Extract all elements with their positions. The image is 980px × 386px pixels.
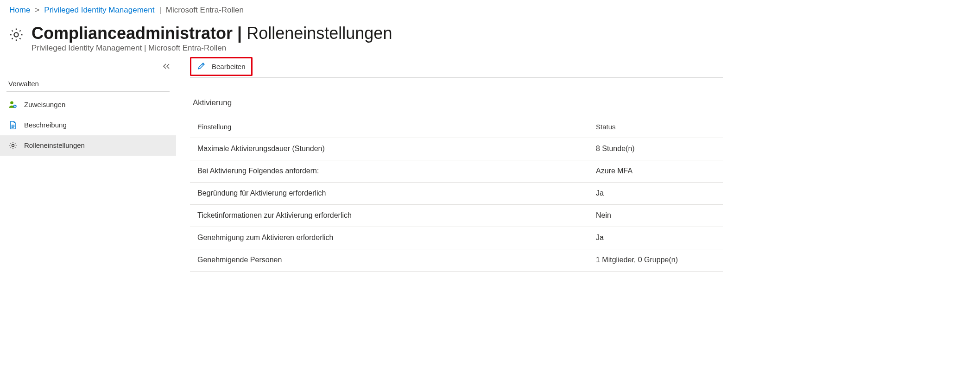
page-subtitle: Privileged Identity Management | Microso… — [32, 44, 392, 53]
sidebar-section-label: Verwalten — [0, 75, 176, 91]
svg-point-3 — [12, 144, 14, 146]
table-row: Bei Aktivierung Folgendes anfordern: Azu… — [190, 160, 723, 183]
sidebar-separator — [6, 91, 170, 92]
col-header-status: Status — [596, 123, 721, 131]
sidebar-item-assignments[interactable]: Zuweisungen — [0, 95, 176, 115]
setting-label: Genehmigende Personen — [192, 256, 596, 264]
gear-icon — [8, 141, 18, 150]
page-title: Complianceadministrator | Rolleneinstell… — [32, 24, 392, 43]
breadcrumb: Home > Privileged Identity Management | … — [0, 0, 980, 18]
breadcrumb-home[interactable]: Home — [9, 6, 30, 15]
setting-status: Nein — [596, 211, 721, 220]
sidebar-item-role-settings[interactable]: Rolleneinstellungen — [0, 135, 176, 156]
col-header-setting: Einstellung — [192, 123, 596, 131]
page-subtitle-left: Privileged Identity Management — [32, 44, 142, 52]
gear-icon — [8, 27, 24, 43]
sidebar-item-label: Zuweisungen — [24, 101, 65, 108]
table-row: Maximale Aktivierungsdauer (Stunden) 8 S… — [190, 138, 723, 160]
sidebar-item-label: Rolleneinstellungen — [24, 141, 85, 149]
table-row: Ticketinformationen zur Aktivierung erfo… — [190, 205, 723, 227]
breadcrumb-tail: Microsoft Entra-Rollen — [166, 6, 244, 15]
svg-point-1 — [10, 101, 13, 104]
pencil-icon — [197, 61, 206, 72]
page-title-pipe: | — [237, 24, 247, 43]
document-icon — [8, 120, 18, 130]
setting-status: Azure MFA — [596, 167, 721, 175]
setting-status: Ja — [596, 234, 721, 242]
edit-button[interactable]: Bearbeiten — [190, 57, 253, 76]
page-subtitle-pipe: | — [144, 44, 148, 52]
setting-status: Ja — [596, 189, 721, 197]
person-plus-icon — [8, 100, 18, 109]
setting-label: Genehmigung zum Aktivieren erforderlich — [192, 234, 596, 242]
table-row: Genehmigung zum Aktivieren erforderlich … — [190, 227, 723, 249]
page-subtitle-right: Microsoft Entra-Rollen — [148, 44, 226, 52]
breadcrumb-pipe: | — [159, 6, 161, 15]
setting-label: Maximale Aktivierungsdauer (Stunden) — [192, 145, 596, 153]
sidebar: Verwalten Zuweisungen Bes — [0, 56, 176, 272]
page-title-left: Complianceadministrator — [32, 24, 233, 43]
setting-status: 8 Stunde(n) — [596, 145, 721, 153]
toolbar: Bearbeiten — [190, 56, 723, 78]
svg-point-0 — [14, 32, 18, 37]
table-header: Einstellung Status — [190, 116, 723, 138]
activation-section-title: Aktivierung — [190, 78, 723, 116]
breadcrumb-pim[interactable]: Privileged Identity Management — [44, 6, 154, 15]
approvers-link[interactable]: 1 Mitglieder, 0 Gruppe(n) — [596, 256, 721, 264]
edit-button-label: Bearbeiten — [212, 63, 246, 70]
table-row: Genehmigende Personen 1 Mitglieder, 0 Gr… — [190, 249, 723, 272]
activation-table: Einstellung Status Maximale Aktivierungs… — [190, 116, 723, 272]
setting-label: Begründung für Aktivierung erforderlich — [192, 189, 596, 197]
sidebar-item-description[interactable]: Beschreibung — [0, 115, 176, 135]
setting-label: Ticketinformationen zur Aktivierung erfo… — [192, 211, 596, 220]
table-row: Begründung für Aktivierung erforderlich … — [190, 183, 723, 205]
sidebar-item-label: Beschreibung — [24, 121, 67, 129]
page-header: Complianceadministrator | Rolleneinstell… — [0, 18, 980, 56]
collapse-sidebar-button[interactable] — [162, 63, 171, 71]
page-title-right: Rolleneinstellungen — [247, 24, 392, 43]
breadcrumb-sep-1: > — [35, 6, 39, 15]
content-area: Bearbeiten Aktivierung Einstellung Statu… — [176, 56, 732, 272]
setting-label: Bei Aktivierung Folgendes anfordern: — [192, 167, 596, 175]
